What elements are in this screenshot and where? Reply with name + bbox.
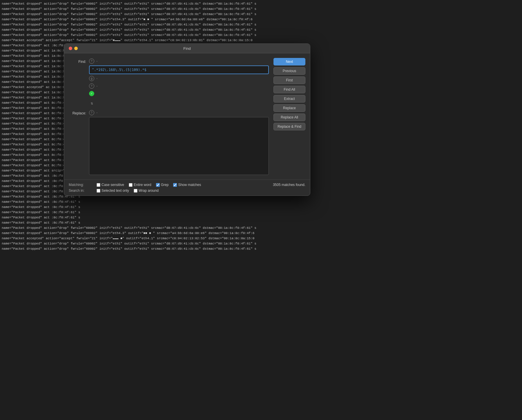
replace-button[interactable]: Replace [273,104,305,112]
case-sensitive-label: Case sensitive [102,183,124,187]
log-line: name="Packet dropped" action="drop" fwru… [2,241,520,246]
selected-text-checkbox[interactable]: Selected text only [97,189,129,193]
replace-label: Replace: [69,109,86,115]
entire-word-label: Entire word [134,183,151,187]
wrap-around-input[interactable] [134,189,137,193]
show-matches-label: Show matches [178,183,201,187]
close-button[interactable] [69,47,72,50]
wrap-around-checkbox[interactable]: Wrap around [134,189,159,193]
find-options-icon[interactable]: g [89,76,94,81]
matching-row: Matching: Case sensitive Entire word Gre… [69,183,305,187]
log-line: name="Packet dropped" action="drop" fwru… [2,6,520,12]
find-icon-row-2: g - [89,75,269,82]
log-line: name="Packet dropped" action="drop" fwru… [2,32,520,38]
extract-button[interactable]: Extract [273,95,305,103]
log-line: name="Packet dropped" action="drop" fwru… [2,17,520,22]
swap-icon[interactable]: ⇅ [89,100,95,106]
find-all-button[interactable]: Find All [273,86,305,93]
show-matches-input[interactable] [173,183,177,187]
find-input[interactable] [89,65,269,74]
replace-input[interactable] [89,117,269,175]
replace-and-find-button[interactable]: Replace & Find [273,123,305,130]
dialog-body: Find: ? - g - ? - [64,53,310,180]
first-button[interactable]: First [273,76,305,84]
find-dash-2: - [96,77,98,80]
find-footer: Matching: Case sensitive Entire word Gre… [64,180,310,196]
grep-checkbox[interactable]: Grep [156,183,169,187]
log-line: name="Packet dropped" action="drop" fwru… [2,22,520,27]
log-line: name="Packet dropped" action="drop" fwru… [2,12,520,17]
wrap-around-label: Wrap around [139,189,159,193]
dialog-titlebar: Find [64,44,310,53]
previous-button[interactable]: Previous [273,67,305,75]
find-status-row: ✓ [89,90,269,97]
find-label: Find: [69,58,86,64]
selected-text-label: Selected text only [102,189,129,193]
dialog-title: Find [183,46,191,51]
find-icon-row-3: ? - [89,83,269,89]
log-line: name="Packet dropped" action="drop" fwru… [2,1,520,6]
find-dash-3: - [96,84,98,88]
next-button[interactable]: Next [273,58,305,65]
titlebar-buttons [69,47,78,50]
matches-count: 3505 matches found. [273,183,305,187]
log-line: name="Packet dropped" action="drop" fwru… [2,246,520,251]
buttons-area: Next Previous First Find All Extract Rep… [273,58,305,175]
log-line: name="Packet dropped" act :8c:f0:4f:61" … [2,210,520,215]
log-line: name="Packet dropped" action="drop" fwru… [2,27,520,32]
log-line: name="Packet dropped" act :8c:f0:4f:61" … [2,204,520,210]
log-line: name="Packet accepted" action="accept" f… [2,236,520,241]
entire-word-input[interactable] [129,183,133,187]
replace-input-wrap: ? - [89,109,269,175]
log-line: name="Packet dropped" act :8c:f0:4f:61" … [2,199,520,204]
find-row: Find: ? - g - ? - [69,58,269,97]
find-dialog: Find Find: ? - g - [64,43,310,196]
minimize-button[interactable] [74,47,78,50]
find-help-icon[interactable]: ? [89,59,94,64]
entire-word-checkbox[interactable]: Entire word [129,183,151,187]
replace-dash: - [96,111,98,114]
log-line: name="Packet dropped" act :8c:f0:4f:61" … [2,220,520,225]
log-line: name="Packet dropped" act :8c:f0:4f:61" … [2,215,520,220]
find-input-wrap: ? - g - ? - ✓ [89,58,269,97]
find-info-icon[interactable]: ? [89,83,94,89]
search-in-row: Search in: Selected text only Wrap aroun… [69,189,305,193]
find-dash-1: - [96,59,98,63]
show-matches-checkbox[interactable]: Show matches [173,183,201,187]
replace-help-icon[interactable]: ? [89,110,94,115]
case-sensitive-checkbox[interactable]: Case sensitive [97,183,124,187]
find-icon-row: ? - [89,58,269,64]
replace-all-button[interactable]: Replace All [273,114,305,121]
grep-label: Grep [161,183,169,187]
log-line: name="Packet accepted" action="accept" f… [2,38,520,43]
replace-icon-row: ? - [89,109,269,116]
grep-input[interactable] [156,183,160,187]
log-line: name="Packet dropped" action="drop" fwru… [2,225,520,231]
find-status-icon: ✓ [89,91,94,96]
replace-row: Replace: ? - [69,109,269,175]
find-fields-area: Find: ? - g - ? - [69,58,269,175]
log-line: name="Packet dropped" action="drop" fwru… [2,231,520,236]
selected-text-input[interactable] [97,189,100,193]
search-in-label: Search in: [69,189,92,193]
matching-label: Matching: [69,183,92,187]
case-sensitive-input[interactable] [97,183,100,187]
